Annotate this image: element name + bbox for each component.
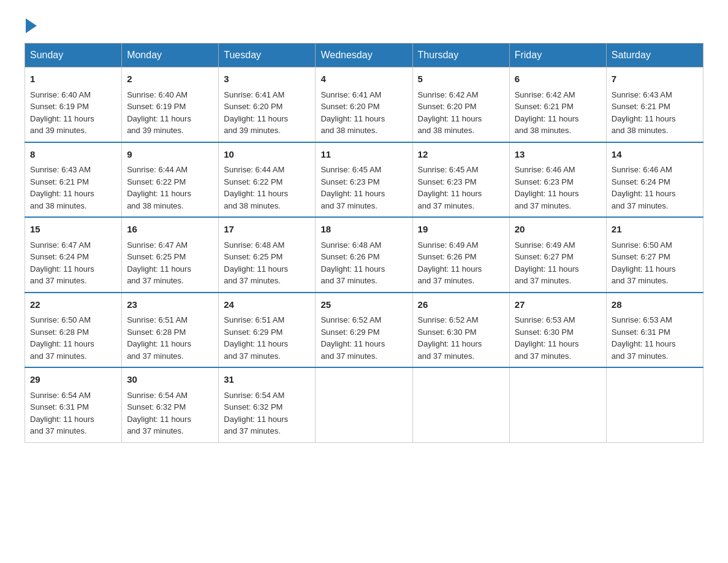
- day-info: Sunrise: 6:45 AMSunset: 6:23 PMDaylight:…: [418, 164, 504, 212]
- day-number: 7: [612, 72, 698, 86]
- day-info: Sunrise: 6:43 AMSunset: 6:21 PMDaylight:…: [612, 89, 698, 137]
- calendar-cell: 5Sunrise: 6:42 AMSunset: 6:20 PMDaylight…: [412, 67, 509, 142]
- day-number: 22: [30, 298, 116, 312]
- day-info: Sunrise: 6:42 AMSunset: 6:21 PMDaylight:…: [515, 89, 601, 137]
- day-number: 10: [224, 148, 310, 162]
- calendar-cell: 13Sunrise: 6:46 AMSunset: 6:23 PMDayligh…: [509, 142, 606, 218]
- day-number: 16: [127, 223, 213, 237]
- day-info: Sunrise: 6:40 AMSunset: 6:19 PMDaylight:…: [127, 89, 213, 137]
- calendar-cell: 22Sunrise: 6:50 AMSunset: 6:28 PMDayligh…: [25, 293, 122, 368]
- day-info: Sunrise: 6:53 AMSunset: 6:30 PMDaylight:…: [515, 314, 601, 362]
- day-info: Sunrise: 6:51 AMSunset: 6:28 PMDaylight:…: [127, 314, 213, 362]
- day-number: 12: [418, 148, 504, 162]
- day-number: 15: [30, 223, 116, 237]
- day-info: Sunrise: 6:50 AMSunset: 6:27 PMDaylight:…: [612, 239, 698, 287]
- day-number: 26: [418, 298, 504, 312]
- day-info: Sunrise: 6:41 AMSunset: 6:20 PMDaylight:…: [320, 89, 407, 137]
- day-info: Sunrise: 6:43 AMSunset: 6:21 PMDaylight:…: [30, 164, 116, 212]
- calendar-cell: 6Sunrise: 6:42 AMSunset: 6:21 PMDaylight…: [509, 67, 606, 142]
- day-info: Sunrise: 6:40 AMSunset: 6:19 PMDaylight:…: [30, 89, 116, 137]
- day-number: 9: [127, 148, 213, 162]
- day-info: Sunrise: 6:47 AMSunset: 6:25 PMDaylight:…: [127, 239, 213, 287]
- calendar-cell: [412, 367, 509, 442]
- day-number: 19: [418, 223, 504, 237]
- day-info: Sunrise: 6:46 AMSunset: 6:23 PMDaylight:…: [515, 164, 601, 212]
- day-number: 1: [30, 72, 116, 86]
- day-info: Sunrise: 6:42 AMSunset: 6:20 PMDaylight:…: [418, 89, 504, 137]
- day-info: Sunrise: 6:51 AMSunset: 6:29 PMDaylight:…: [224, 314, 310, 362]
- day-number: 5: [418, 72, 504, 86]
- calendar-cell: 17Sunrise: 6:48 AMSunset: 6:25 PMDayligh…: [219, 217, 316, 293]
- weekday-header-wednesday: Wednesday: [316, 44, 412, 67]
- calendar-cell: 2Sunrise: 6:40 AMSunset: 6:19 PMDaylight…: [122, 67, 219, 142]
- weekday-header-thursday: Thursday: [412, 44, 509, 67]
- day-number: 27: [515, 298, 601, 312]
- day-number: 21: [612, 223, 698, 237]
- day-info: Sunrise: 6:50 AMSunset: 6:28 PMDaylight:…: [30, 314, 116, 362]
- day-number: 25: [320, 298, 407, 312]
- calendar-cell: 21Sunrise: 6:50 AMSunset: 6:27 PMDayligh…: [606, 217, 703, 293]
- logo-triangle: [26, 18, 37, 33]
- day-number: 28: [612, 298, 698, 312]
- calendar-cell: 3Sunrise: 6:41 AMSunset: 6:20 PMDaylight…: [219, 67, 316, 142]
- calendar-cell: 4Sunrise: 6:41 AMSunset: 6:20 PMDaylight…: [316, 67, 412, 142]
- day-info: Sunrise: 6:54 AMSunset: 6:32 PMDaylight:…: [127, 389, 213, 437]
- calendar-cell: 11Sunrise: 6:45 AMSunset: 6:23 PMDayligh…: [316, 142, 412, 218]
- weekday-header-tuesday: Tuesday: [219, 44, 316, 67]
- day-number: 8: [30, 148, 116, 162]
- day-number: 11: [320, 148, 407, 162]
- day-info: Sunrise: 6:54 AMSunset: 6:32 PMDaylight:…: [224, 389, 310, 437]
- day-info: Sunrise: 6:47 AMSunset: 6:24 PMDaylight:…: [30, 239, 116, 287]
- weekday-header-sunday: Sunday: [25, 44, 122, 67]
- day-number: 30: [127, 373, 213, 387]
- calendar-cell: 10Sunrise: 6:44 AMSunset: 6:22 PMDayligh…: [219, 142, 316, 218]
- weekday-header-saturday: Saturday: [606, 44, 703, 67]
- calendar-cell: 26Sunrise: 6:52 AMSunset: 6:30 PMDayligh…: [412, 293, 509, 368]
- calendar-cell: 28Sunrise: 6:53 AMSunset: 6:31 PMDayligh…: [606, 293, 703, 368]
- day-info: Sunrise: 6:48 AMSunset: 6:25 PMDaylight:…: [224, 239, 310, 287]
- calendar-cell: 31Sunrise: 6:54 AMSunset: 6:32 PMDayligh…: [219, 367, 316, 442]
- day-number: 13: [515, 148, 601, 162]
- day-info: Sunrise: 6:52 AMSunset: 6:30 PMDaylight:…: [418, 314, 504, 362]
- day-number: 29: [30, 373, 116, 387]
- calendar-cell: 14Sunrise: 6:46 AMSunset: 6:24 PMDayligh…: [606, 142, 703, 218]
- calendar-cell: 27Sunrise: 6:53 AMSunset: 6:30 PMDayligh…: [509, 293, 606, 368]
- day-number: 4: [320, 72, 407, 86]
- calendar-cell: 9Sunrise: 6:44 AMSunset: 6:22 PMDaylight…: [122, 142, 219, 218]
- day-info: Sunrise: 6:41 AMSunset: 6:20 PMDaylight:…: [224, 89, 310, 137]
- day-info: Sunrise: 6:49 AMSunset: 6:27 PMDaylight:…: [515, 239, 601, 287]
- day-info: Sunrise: 6:44 AMSunset: 6:22 PMDaylight:…: [224, 164, 310, 212]
- weekday-header-monday: Monday: [122, 44, 219, 67]
- day-info: Sunrise: 6:52 AMSunset: 6:29 PMDaylight:…: [320, 314, 407, 362]
- calendar-cell: 12Sunrise: 6:45 AMSunset: 6:23 PMDayligh…: [412, 142, 509, 218]
- day-info: Sunrise: 6:48 AMSunset: 6:26 PMDaylight:…: [320, 239, 407, 287]
- logo: [25, 18, 37, 31]
- day-number: 23: [127, 298, 213, 312]
- day-info: Sunrise: 6:49 AMSunset: 6:26 PMDaylight:…: [418, 239, 504, 287]
- day-info: Sunrise: 6:46 AMSunset: 6:24 PMDaylight:…: [612, 164, 698, 212]
- page-header: [25, 18, 703, 31]
- day-number: 2: [127, 72, 213, 86]
- calendar-cell: 15Sunrise: 6:47 AMSunset: 6:24 PMDayligh…: [25, 217, 122, 293]
- day-number: 14: [612, 148, 698, 162]
- calendar-cell: 18Sunrise: 6:48 AMSunset: 6:26 PMDayligh…: [316, 217, 412, 293]
- day-number: 24: [224, 298, 310, 312]
- day-info: Sunrise: 6:44 AMSunset: 6:22 PMDaylight:…: [127, 164, 213, 212]
- day-info: Sunrise: 6:45 AMSunset: 6:23 PMDaylight:…: [320, 164, 407, 212]
- calendar-cell: 24Sunrise: 6:51 AMSunset: 6:29 PMDayligh…: [219, 293, 316, 368]
- calendar-cell: [606, 367, 703, 442]
- calendar-cell: 8Sunrise: 6:43 AMSunset: 6:21 PMDaylight…: [25, 142, 122, 218]
- calendar-cell: 19Sunrise: 6:49 AMSunset: 6:26 PMDayligh…: [412, 217, 509, 293]
- day-number: 20: [515, 223, 601, 237]
- day-info: Sunrise: 6:54 AMSunset: 6:31 PMDaylight:…: [30, 389, 116, 437]
- calendar-cell: [316, 367, 412, 442]
- calendar-table: SundayMondayTuesdayWednesdayThursdayFrid…: [25, 43, 703, 443]
- calendar-cell: 1Sunrise: 6:40 AMSunset: 6:19 PMDaylight…: [25, 67, 122, 142]
- day-number: 3: [224, 72, 310, 86]
- day-number: 17: [224, 223, 310, 237]
- day-number: 6: [515, 72, 601, 86]
- calendar-cell: 30Sunrise: 6:54 AMSunset: 6:32 PMDayligh…: [122, 367, 219, 442]
- calendar-cell: 16Sunrise: 6:47 AMSunset: 6:25 PMDayligh…: [122, 217, 219, 293]
- day-number: 31: [224, 373, 310, 387]
- calendar-cell: 23Sunrise: 6:51 AMSunset: 6:28 PMDayligh…: [122, 293, 219, 368]
